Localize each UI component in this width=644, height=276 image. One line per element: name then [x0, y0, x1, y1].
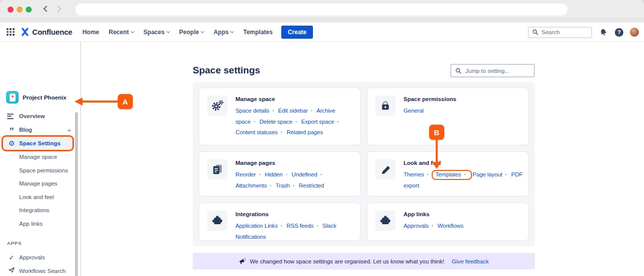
sidebar-item-overview[interactable]: Overview [0, 112, 75, 121]
give-feedback-link[interactable]: Give feedback [452, 258, 489, 264]
link-reorder[interactable]: Reorder [235, 171, 263, 177]
megaphone-icon [238, 257, 246, 265]
paper-plane-icon [7, 266, 16, 275]
search-input[interactable] [541, 29, 584, 35]
overview-icon [7, 114, 16, 119]
user-avatar[interactable] [630, 28, 639, 37]
sidebar-item-space-settings-highlighted[interactable]: ⚙ Space Settings [2, 135, 74, 151]
chevron-down-icon [131, 30, 134, 33]
annotation-b-arrowhead [432, 162, 441, 169]
link-delete-space[interactable]: Delete space [260, 119, 300, 125]
nav-home[interactable]: Home [83, 29, 99, 36]
jump-to-setting-search[interactable] [450, 64, 535, 77]
address-bar[interactable] [75, 4, 568, 16]
card-manage-space: Manage space Space details Edit sidebar … [199, 87, 361, 145]
puzzle-icon [207, 211, 227, 231]
link-undefined[interactable]: Undefined [292, 171, 325, 177]
link-content-statuses[interactable]: Content statuses [235, 129, 285, 135]
sidebar-item-look-and-feel[interactable]: Look and feel [0, 193, 75, 202]
link-application-links[interactable]: Application Links [235, 223, 285, 229]
puzzle-icon [375, 211, 395, 231]
annotation-a-badge: A [118, 94, 133, 109]
blog-quote-icon: ” [7, 129, 16, 134]
link-templates-highlighted[interactable]: Templates [432, 170, 472, 180]
app-switcher-icon[interactable] [7, 28, 15, 36]
minimize-window-button[interactable] [17, 7, 23, 13]
link-export-space[interactable]: Export space [301, 119, 342, 125]
annotation-a-arrowhead [74, 98, 83, 106]
gears-icon [207, 96, 227, 116]
nav-apps[interactable]: Apps [213, 29, 233, 36]
chevron-down-icon [167, 30, 170, 33]
lock-icon [375, 96, 395, 116]
create-button[interactable]: Create [281, 26, 313, 39]
card-look-and-feel: Look and feel Themes Templates Page layo… [367, 151, 529, 197]
blog-add-button[interactable]: + [67, 126, 71, 134]
nav-templates[interactable]: Templates [243, 29, 272, 36]
link-edit-sidebar[interactable]: Edit sidebar [278, 108, 315, 114]
link-page-layout[interactable]: Page layout [472, 171, 510, 177]
link-themes[interactable]: Themes [404, 171, 431, 177]
search-icon [455, 68, 461, 74]
checkmark-icon: ✓ [7, 254, 16, 261]
card-space-permissions: Space permissions General [367, 87, 529, 145]
pencil-icon [375, 159, 395, 179]
link-hidden[interactable]: Hidden [265, 171, 290, 177]
browser-forward-icon[interactable] [55, 6, 61, 12]
nav-recent[interactable]: Recent [109, 29, 134, 36]
pages-icon [207, 159, 227, 179]
page-title: Space settings [193, 65, 260, 76]
apps-section-header: APPS [7, 240, 22, 246]
navbar-menu: Home Recent Spaces People Apps Templates [83, 29, 273, 36]
feedback-banner: We changed how space settings are organi… [193, 253, 535, 269]
search-icon [532, 29, 538, 35]
main-content: Space settings [81, 42, 644, 276]
card-manage-pages: Manage pages Reorder Hidden Undefined At… [199, 151, 361, 197]
link-related-pages[interactable]: Related pages [287, 129, 323, 135]
link-rss-feeds[interactable]: RSS feeds [287, 223, 321, 229]
card-app-links: App links Approvals Workflows [367, 203, 529, 241]
link-general[interactable]: General [404, 108, 424, 114]
link-trash[interactable]: Trash [276, 182, 297, 189]
sidebar-scrollbar[interactable] [75, 112, 78, 276]
help-icon[interactable]: ? [615, 28, 623, 37]
sidebar-item-space-permissions[interactable]: Space permissions [0, 166, 75, 175]
annotation-b-badge: B [429, 125, 444, 140]
banner-message: We changed how space settings are organi… [250, 258, 444, 264]
zoom-window-button[interactable] [26, 7, 32, 13]
sidebar-item-manage-space[interactable]: Manage space [0, 152, 75, 161]
chevron-down-icon [230, 30, 234, 33]
sidebar-item-workflows-search[interactable]: Workflows Search [0, 266, 75, 275]
annotation-b-arrow-line [436, 139, 438, 162]
link-approvals[interactable]: Approvals [404, 223, 436, 229]
chrome-band [0, 19, 644, 23]
sidebar-item-manage-pages[interactable]: Manage pages [0, 179, 75, 188]
link-space-details[interactable]: Space details [235, 108, 277, 114]
jump-to-setting-input[interactable] [465, 68, 526, 74]
browser-chrome [0, 0, 644, 19]
sidebar-item-approvals[interactable]: ✓ Approvals [0, 253, 75, 262]
screen: Confluence Home Recent Spaces People App… [0, 0, 644, 276]
sidebar-item-blog[interactable]: ” Blog + [0, 125, 75, 134]
link-attachments[interactable]: Attachments [235, 182, 274, 189]
gear-icon: ⚙ [7, 139, 16, 147]
link-workflows[interactable]: Workflows [438, 223, 463, 229]
link-restricted[interactable]: Restricted [299, 182, 324, 189]
global-search[interactable] [528, 27, 592, 38]
settings-cards-container: Manage space Space details Edit sidebar … [193, 82, 535, 246]
space-name: Project Phoenix [23, 95, 66, 101]
top-navbar: Confluence Home Recent Spaces People App… [0, 23, 644, 42]
sidebar-item-integrations[interactable]: Integrations [0, 206, 75, 215]
space-header[interactable]: Project Phoenix [6, 91, 66, 104]
nav-spaces[interactable]: Spaces [143, 29, 170, 36]
browser-back-icon[interactable] [43, 6, 50, 12]
notifications-bell-icon[interactable] [599, 28, 608, 37]
annotation-a-arrow-line [83, 101, 119, 103]
confluence-logo[interactable]: Confluence [20, 27, 72, 37]
sidebar-item-app-links[interactable]: App links [0, 219, 75, 228]
nav-people[interactable]: People [179, 29, 204, 36]
space-avatar-icon [6, 91, 19, 104]
card-integrations: Integrations Application Links RSS feeds… [199, 203, 361, 241]
chevron-down-icon [201, 30, 204, 33]
close-window-button[interactable] [8, 7, 14, 13]
